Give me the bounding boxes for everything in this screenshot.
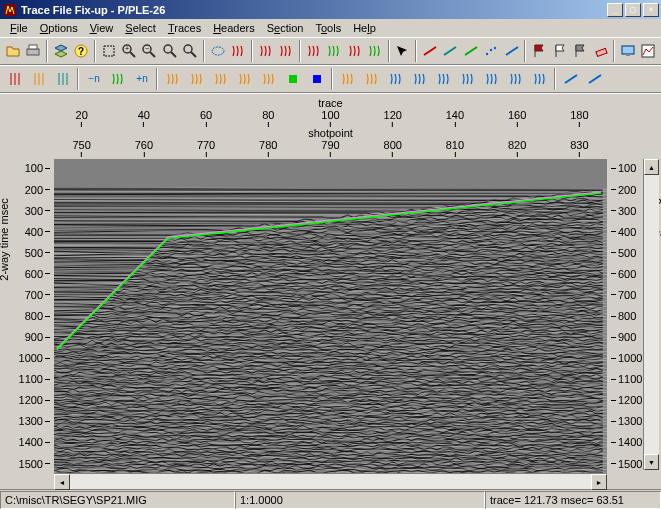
stack-right-icon[interactable] xyxy=(324,40,343,62)
menu-file[interactable]: File xyxy=(4,20,34,36)
line-red-icon[interactable] xyxy=(420,40,439,62)
square-blue-icon[interactable] xyxy=(305,68,328,90)
vscroll-down-arrow[interactable]: ▼ xyxy=(644,454,659,470)
zoom-out-icon[interactable]: − xyxy=(140,40,159,62)
help-icon[interactable]: ? xyxy=(71,40,90,62)
waves-d-icon[interactable] xyxy=(233,68,256,90)
oval-icon[interactable] xyxy=(208,40,227,62)
time-tick: 1500 xyxy=(19,458,50,470)
waves-e-icon[interactable] xyxy=(257,68,280,90)
square-green-icon[interactable] xyxy=(281,68,304,90)
waves-a-icon[interactable] xyxy=(161,68,184,90)
hscroll-track[interactable] xyxy=(70,474,591,489)
shotpoint-tick: 830 xyxy=(570,139,588,157)
menu-headers[interactable]: Headers xyxy=(207,20,261,36)
menu-help[interactable]: Help xyxy=(347,20,382,36)
zigzag-a-icon[interactable] xyxy=(384,68,407,90)
shotpoint-tick: 750 xyxy=(72,139,90,157)
line-long-icon[interactable] xyxy=(559,68,582,90)
line-teal-icon[interactable] xyxy=(441,40,460,62)
vscroll-up-arrow[interactable]: ▲ xyxy=(644,159,659,175)
line-dash-icon[interactable] xyxy=(502,40,521,62)
hscrollbar[interactable]: ◄ ► xyxy=(54,473,607,489)
minimize-button[interactable]: _ xyxy=(607,3,623,17)
maximize-button[interactable]: □ xyxy=(625,3,641,17)
open-icon[interactable] xyxy=(3,40,22,62)
zigzag-b-icon[interactable] xyxy=(408,68,431,90)
app-icon xyxy=(2,2,18,18)
stack-left-icon[interactable] xyxy=(304,40,323,62)
bars-red-icon[interactable] xyxy=(3,68,26,90)
waves-c-icon[interactable] xyxy=(209,68,232,90)
statusbar: C:\misc\TR\SEGY\SP21.MIG 1:1.0000 trace=… xyxy=(0,489,661,509)
shift-right-icon[interactable] xyxy=(365,40,384,62)
plot-wrap: trace20406080100120140160180shotpoint750… xyxy=(2,97,659,489)
close-button[interactable]: × xyxy=(643,3,659,17)
dots-icon[interactable] xyxy=(482,40,501,62)
menu-tools[interactable]: Tools xyxy=(309,20,347,36)
svg-line-7 xyxy=(130,52,135,57)
shotpoint-tick: 810 xyxy=(446,139,464,157)
zigzag-g-icon[interactable] xyxy=(528,68,551,90)
titlebar: Trace File Fix-up - P/PLE-26 _ □ × xyxy=(0,0,661,19)
zigzag-e-icon[interactable] xyxy=(480,68,503,90)
shift-left-icon[interactable] xyxy=(345,40,364,62)
select-rect-icon[interactable] xyxy=(99,40,118,62)
menu-section[interactable]: Section xyxy=(261,20,310,36)
bars-teal-icon[interactable] xyxy=(51,68,74,90)
axis-trace-label: trace xyxy=(318,97,342,109)
time-tick: 400 xyxy=(611,226,636,238)
seismic-view[interactable] xyxy=(54,159,607,473)
wave-rg-icon[interactable] xyxy=(336,68,359,90)
minus-n-icon[interactable]: −n xyxy=(82,68,105,90)
layers-icon[interactable] xyxy=(51,40,70,62)
vscrollbar[interactable]: ▲ ▼ xyxy=(643,159,659,470)
time-tick: 600 xyxy=(25,268,50,280)
toolbar-1: ?+− xyxy=(0,37,661,65)
svg-line-18 xyxy=(444,47,456,55)
zigzag-c-icon[interactable] xyxy=(432,68,455,90)
svg-text:−n: −n xyxy=(88,73,99,84)
arrow-icon[interactable] xyxy=(393,40,412,62)
zoom-in-icon[interactable]: + xyxy=(119,40,138,62)
graph-icon[interactable] xyxy=(639,40,658,62)
line-green-icon[interactable] xyxy=(461,40,480,62)
zigzag-f-icon[interactable] xyxy=(504,68,527,90)
menu-options[interactable]: Options xyxy=(34,20,84,36)
menu-traces[interactable]: Traces xyxy=(162,20,207,36)
axis-shotpoint-label: shotpoint xyxy=(308,127,353,139)
window-buttons: _ □ × xyxy=(605,3,659,17)
line-short-icon[interactable] xyxy=(583,68,606,90)
monitor-icon[interactable] xyxy=(618,40,637,62)
waves-b-icon[interactable] xyxy=(185,68,208,90)
flag-white-icon[interactable] xyxy=(550,40,569,62)
wave-gr-icon[interactable] xyxy=(360,68,383,90)
plot-body: 2-way time msec 100200300400500600700800… xyxy=(2,159,659,473)
time-tick: 1100 xyxy=(611,373,642,385)
bars-orange-icon[interactable] xyxy=(27,68,50,90)
time-tick: 200 xyxy=(611,184,636,196)
toolbar-2: −n+n xyxy=(0,65,661,93)
plus-n-icon[interactable]: +n xyxy=(130,68,153,90)
zoom-select-icon[interactable] xyxy=(181,40,200,62)
zigzag-d-icon[interactable] xyxy=(456,68,479,90)
wave-yellow-icon[interactable] xyxy=(106,68,129,90)
print-icon[interactable] xyxy=(23,40,42,62)
wave-brown-icon[interactable] xyxy=(229,40,248,62)
menu-view[interactable]: View xyxy=(84,20,120,36)
vscroll-track[interactable] xyxy=(644,175,659,454)
flag-gray-icon[interactable] xyxy=(570,40,589,62)
hscroll-left-arrow[interactable]: ◄ xyxy=(54,474,70,490)
grid2-icon[interactable] xyxy=(276,40,295,62)
time-tick: 300 xyxy=(611,205,636,217)
flag-red-icon[interactable] xyxy=(529,40,548,62)
eraser-icon[interactable] xyxy=(591,40,610,62)
menu-select[interactable]: Select xyxy=(119,20,162,36)
grid1-icon[interactable] xyxy=(256,40,275,62)
time-tick: 1000 xyxy=(611,352,642,364)
zoom-extents-icon[interactable] xyxy=(160,40,179,62)
seismic-canvas xyxy=(54,159,607,473)
hscroll-right-arrow[interactable]: ► xyxy=(591,474,607,490)
svg-point-20 xyxy=(486,53,488,55)
svg-text:+n: +n xyxy=(136,73,147,84)
